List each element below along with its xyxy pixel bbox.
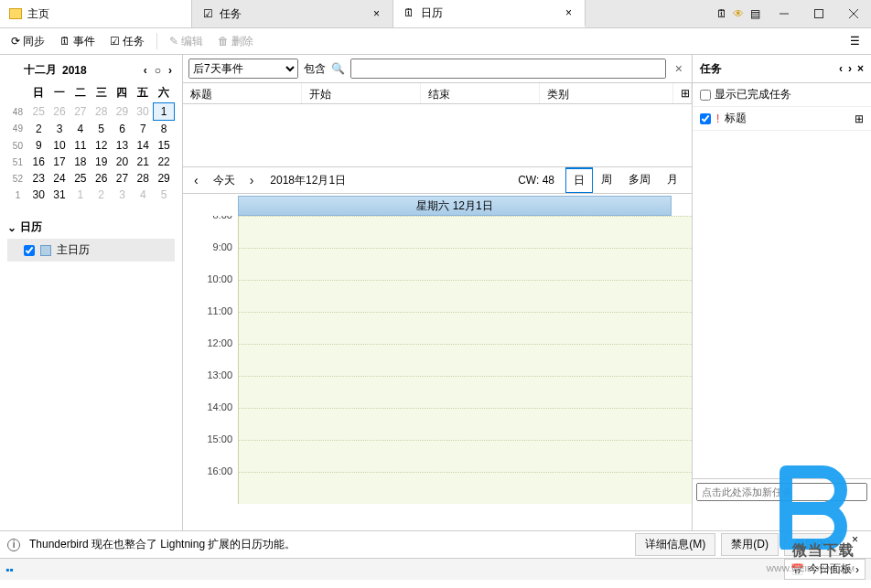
col-category[interactable]: 类别 <box>540 83 673 103</box>
mini-cal-day[interactable]: 10 <box>49 137 70 154</box>
calendar-item-checkbox[interactable] <box>24 245 35 256</box>
mini-cal-day[interactable]: 17 <box>49 154 70 170</box>
hour-cell[interactable] <box>238 312 692 344</box>
mini-cal-day[interactable]: 5 <box>91 121 112 138</box>
tab-tasks-close[interactable]: × <box>370 7 383 20</box>
calendar-list-item[interactable]: 主日历 <box>7 239 175 262</box>
mini-cal-day[interactable]: 11 <box>70 137 91 154</box>
day-next-button[interactable]: › <box>244 173 260 187</box>
mini-cal-day[interactable]: 21 <box>133 154 154 170</box>
mini-cal-day[interactable]: 2 <box>28 121 49 138</box>
mini-cal-day[interactable]: 6 <box>112 121 133 138</box>
close-button[interactable] <box>836 0 871 27</box>
hour-cell[interactable] <box>238 216 692 248</box>
view-multi[interactable]: 多周 <box>620 167 659 193</box>
disable-button[interactable]: 禁用(D) <box>721 533 779 556</box>
tab-home[interactable]: 主页 <box>0 0 192 27</box>
menu-button[interactable]: ☰ <box>844 32 866 50</box>
hour-row[interactable]: 12:00 <box>188 344 692 376</box>
col-start[interactable]: 开始 <box>302 83 421 103</box>
mini-cal-day[interactable]: 3 <box>112 187 133 203</box>
hour-cell[interactable] <box>238 472 692 504</box>
tasks-prev-button[interactable]: ‹ <box>839 62 843 75</box>
event-button[interactable]: 🗓事件 <box>54 31 101 52</box>
mini-cal-day[interactable]: 30 <box>133 103 154 121</box>
mini-cal-day[interactable]: 28 <box>91 103 112 121</box>
show-done-checkbox[interactable] <box>700 90 711 101</box>
mini-cal-day[interactable]: 4 <box>133 187 154 203</box>
tasks-col-picker-icon[interactable]: ⊞ <box>855 112 864 125</box>
search-input[interactable] <box>350 59 666 79</box>
mini-cal-day[interactable]: 25 <box>28 103 49 121</box>
mini-cal-day[interactable]: 27 <box>70 103 91 121</box>
new-task-input[interactable] <box>696 483 867 501</box>
hour-row[interactable]: 8:00 <box>188 216 692 248</box>
maximize-button[interactable] <box>801 0 836 27</box>
mini-cal-day[interactable]: 31 <box>49 187 70 203</box>
hour-cell[interactable] <box>238 248 692 280</box>
hour-cell[interactable] <box>238 408 692 440</box>
today-button[interactable]: 今天 <box>208 171 241 190</box>
mini-cal-day[interactable]: 12 <box>91 137 112 154</box>
hour-cell[interactable] <box>238 376 692 408</box>
hour-row[interactable]: 14:00 <box>188 408 692 440</box>
day-grid[interactable]: 8:009:0010:0011:0012:0013:0014:0015:0016… <box>188 216 692 504</box>
range-select[interactable]: 后7天事件 <box>188 59 298 79</box>
calendar-list-header[interactable]: ⌄ 日历 <box>7 219 175 235</box>
mini-cal-day[interactable]: 22 <box>154 154 175 170</box>
mini-cal-day[interactable]: 13 <box>112 137 133 154</box>
tasks-next-button[interactable]: › <box>848 62 852 75</box>
mini-cal-day[interactable]: 28 <box>133 170 154 187</box>
tab-calendar-close[interactable]: × <box>562 6 575 19</box>
mini-cal-day[interactable]: 3 <box>49 121 70 138</box>
mini-cal-day[interactable]: 24 <box>49 170 70 187</box>
details-button[interactable]: 详细信息(M) <box>635 533 715 556</box>
open-calendar-icon[interactable]: 🗓 <box>715 7 728 20</box>
open-tasks-icon[interactable]: ▤ <box>748 7 761 20</box>
mini-cal-day[interactable]: 29 <box>112 103 133 121</box>
mini-cal-day[interactable]: 15 <box>154 137 175 154</box>
mini-cal-day[interactable]: 1 <box>70 187 91 203</box>
col-picker-icon[interactable]: ⊞ <box>673 83 692 103</box>
priority-icon[interactable]: ! <box>716 112 719 125</box>
day-prev-button[interactable]: ‹ <box>188 173 204 187</box>
mini-cal-day[interactable]: 20 <box>112 154 133 170</box>
mini-cal-day[interactable]: 26 <box>91 170 112 187</box>
mini-cal-day[interactable]: 27 <box>112 170 133 187</box>
mini-cal-day[interactable]: 29 <box>154 170 175 187</box>
today-panel-button[interactable]: 📅 今日面板 › <box>784 559 866 580</box>
hour-cell[interactable] <box>238 280 692 312</box>
day-grid-scroll[interactable]: 8:009:0010:0011:0012:0013:0014:0015:0016… <box>188 216 692 530</box>
keep-button[interactable]: 保留(K) <box>784 533 841 556</box>
tasks-col-checkbox[interactable] <box>700 113 711 124</box>
tasks-col-title[interactable]: 标题 <box>725 111 747 126</box>
tasks-close-button[interactable]: × <box>857 62 864 75</box>
hour-cell[interactable] <box>238 440 692 472</box>
task-button[interactable]: ☑任务 <box>104 31 150 52</box>
mini-cal-day[interactable]: 16 <box>28 154 49 170</box>
mini-cal-day[interactable]: 9 <box>28 137 49 154</box>
mini-cal-today[interactable]: ○ <box>152 64 164 77</box>
filter-close-button[interactable]: × <box>672 61 686 76</box>
mini-cal-day[interactable]: 18 <box>70 154 91 170</box>
hour-cell[interactable] <box>238 344 692 376</box>
sync-button[interactable]: ⟳同步 <box>5 31 50 52</box>
mini-cal-day[interactable]: 2 <box>91 187 112 203</box>
info-close-button[interactable]: × <box>846 533 864 556</box>
mini-cal-day[interactable]: 5 <box>154 187 175 203</box>
hour-row[interactable]: 9:00 <box>188 248 692 280</box>
eye-icon[interactable]: 👁 <box>732 7 745 20</box>
tab-calendar[interactable]: 🗓 日历 × <box>393 0 586 27</box>
mini-cal-next[interactable]: › <box>166 64 175 77</box>
view-month[interactable]: 月 <box>659 167 686 193</box>
view-week[interactable]: 周 <box>593 167 620 193</box>
mini-cal-day[interactable]: 4 <box>70 121 91 138</box>
tab-tasks[interactable]: ☑ 任务 × <box>192 0 393 27</box>
mini-cal-day[interactable]: 19 <box>91 154 112 170</box>
view-day[interactable]: 日 <box>565 167 593 193</box>
mini-cal-prev[interactable]: ‹ <box>141 64 150 77</box>
hour-row[interactable]: 11:00 <box>188 312 692 344</box>
mini-cal-day[interactable]: 8 <box>154 121 175 138</box>
col-end[interactable]: 结束 <box>421 83 540 103</box>
hour-row[interactable]: 13:00 <box>188 376 692 408</box>
